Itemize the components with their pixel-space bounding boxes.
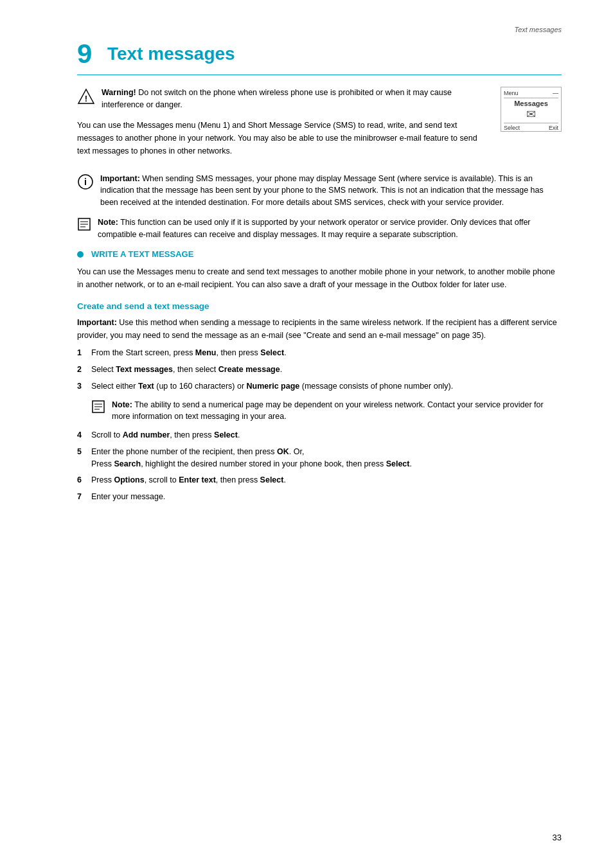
chapter-number: 9 — [77, 39, 92, 69]
important-icon: i — [77, 173, 94, 190]
svg-text:!: ! — [85, 94, 87, 103]
section-write: WRITE A TEXT MESSAGE You can use the Mes… — [77, 249, 562, 291]
svg-text:i: i — [84, 177, 87, 187]
note1-text: Note: This function can be used only if … — [98, 217, 562, 241]
step-2: 2 Select Text messages, then select Crea… — [77, 364, 562, 376]
intro-text: You can use the Messages menu (Menu 1) a… — [77, 119, 489, 157]
bullet-dot — [77, 251, 84, 258]
step-note-text: Note: The ability to send a numerical pa… — [112, 399, 562, 423]
subsection-important: Important: Use this method when sending … — [77, 316, 562, 342]
step-3: 3 Select either Text (up to 160 characte… — [77, 380, 562, 393]
step-note-icon — [91, 400, 105, 414]
section-write-body: You can use the Messages menu to create … — [77, 265, 562, 291]
important-box: i Important: When sending SMS messages, … — [77, 173, 562, 209]
step-4: 4 Scroll to Add number, then press Selec… — [77, 429, 562, 441]
warning-intro-row: ! Warning! Do not switch on the phone wh… — [77, 87, 562, 164]
phone-widget: Menu — Messages ✉ Select Exit — [501, 87, 562, 132]
note-icon — [77, 217, 91, 231]
section-title: WRITE A TEXT MESSAGE — [77, 249, 562, 259]
step-note: Note: The ability to send a numerical pa… — [91, 399, 562, 423]
important-note-text: Important: When sending SMS messages, yo… — [100, 173, 562, 209]
step-6: 6 Press Options, scroll to Enter text, t… — [77, 474, 562, 486]
step-1: 1 From the Start screen, press Menu, the… — [77, 347, 562, 359]
step-5: 5 Enter the phone number of the recipien… — [77, 446, 562, 470]
warning-text: Warning! Do not switch on the phone when… — [102, 87, 489, 111]
subsection-create: Create and send a text message Important… — [77, 301, 562, 503]
page: Text messages 9 Text messages ! Warning!… — [0, 0, 613, 868]
step-list: 1 From the Start screen, press Menu, the… — [77, 347, 562, 392]
warning-icon: ! — [77, 88, 95, 106]
step-list-2: 4 Scroll to Add number, then press Selec… — [77, 429, 562, 503]
header-label: Text messages — [514, 26, 562, 33]
subsection-create-title: Create and send a text message — [77, 301, 562, 311]
step-7: 7 Enter your message. — [77, 491, 562, 503]
chapter-title: Text messages — [107, 44, 235, 64]
warning-box: ! Warning! Do not switch on the phone wh… — [77, 87, 489, 111]
chapter-heading: 9 Text messages — [77, 39, 562, 75]
note-box: Note: This function can be used only if … — [77, 217, 562, 241]
page-number: 33 — [553, 833, 562, 842]
